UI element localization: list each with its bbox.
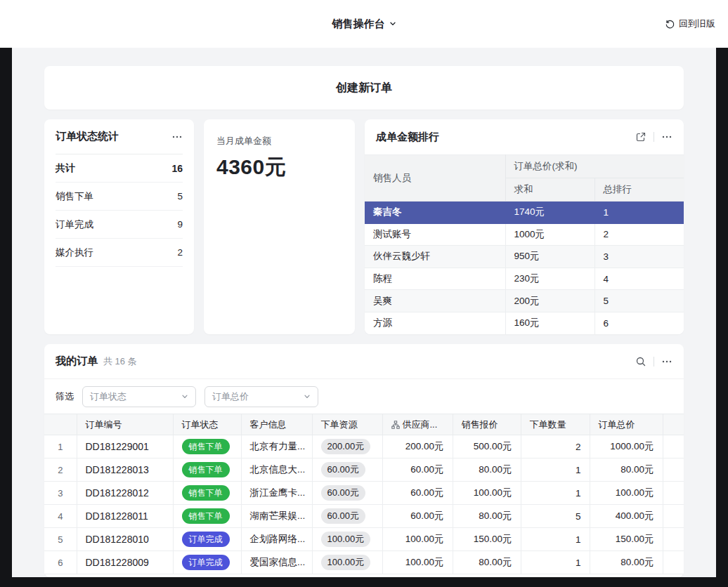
column-header-sum[interactable]: 求和	[505, 178, 594, 202]
monthly-amount-label: 当月成单金额	[216, 135, 342, 147]
row-index: 4	[44, 505, 77, 528]
resource-badge: 100.00元	[321, 532, 371, 547]
qty-cell: 1	[521, 459, 590, 482]
customer-cell: 爱国家信息...	[241, 551, 312, 574]
status-badge: 销售下单	[182, 439, 230, 454]
chevron-down-icon	[304, 393, 311, 400]
status-badge: 销售下单	[182, 485, 230, 501]
ranking-row[interactable]: 陈程 230元 4	[365, 268, 684, 290]
resource-badge: 60.00元	[321, 462, 366, 477]
supplier-cell: 60.00元	[382, 459, 453, 482]
order-row[interactable]: 2 DD181228013 销售下单 北京信息大... 60.00元 60.00…	[44, 459, 684, 482]
column-header-filler	[663, 414, 684, 435]
column-header-salesperson[interactable]: 销售人员	[365, 155, 505, 202]
qty-cell: 1	[521, 528, 590, 551]
column-header-status[interactable]: 订单状态	[173, 414, 241, 435]
quote-cell: 80.00元	[453, 459, 521, 482]
qty-cell: 1	[521, 551, 590, 574]
ranking-header-row-1: 销售人员 订单总价(求和)	[365, 155, 684, 178]
stat-label: 媒介执行	[56, 246, 93, 259]
back-to-old-version-label: 回到旧版	[679, 18, 715, 30]
stat-row-media-exec[interactable]: 媒介执行 2	[56, 239, 183, 267]
order-row[interactable]: 3 DD181228012 销售下单 浙江金鹰卡... 60.00元 60.00…	[44, 482, 684, 505]
resource-badge: 200.00元	[321, 439, 371, 454]
status-cell: 订单完成	[173, 528, 241, 551]
sum-value: 1740元	[505, 202, 594, 224]
order-row[interactable]: 6 DD181228009 订单完成 爱国家信息... 100.00元 100.…	[44, 551, 684, 574]
export-icon[interactable]	[635, 131, 646, 143]
search-icon[interactable]	[635, 356, 646, 367]
qty-cell: 5	[521, 505, 590, 528]
orders-count: 共 16 条	[103, 355, 137, 368]
order-status-filter-select[interactable]: 订单状态	[82, 386, 196, 407]
total-cell: 80.00元	[590, 551, 663, 574]
column-header-qty[interactable]: 下单数量	[521, 414, 590, 435]
column-header-quote[interactable]: 销售报价	[453, 414, 521, 435]
quote-cell: 80.00元	[453, 551, 521, 574]
monthly-amount-value: 4360元	[216, 153, 342, 182]
back-to-old-version-link[interactable]: 回到旧版	[665, 0, 715, 48]
sum-value: 230元	[505, 268, 594, 290]
dashboard-content: 创建新订单 订单状态统计 共计 16 销售下单 5 订单完	[12, 48, 716, 577]
customer-cell: 北京信息大...	[241, 459, 312, 482]
supplier-cell: 100.00元	[382, 551, 453, 574]
rank-value: 1	[594, 202, 684, 224]
column-header-supplier-label: 供应商...	[403, 418, 438, 431]
column-header-rank[interactable]: 总排行	[594, 178, 684, 202]
order-total-filter-select[interactable]: 订单总价	[204, 386, 318, 407]
order-row[interactable]: 5 DD181228010 订单完成 企划路网络... 100.00元 100.…	[44, 528, 684, 551]
column-header-customer[interactable]: 客户信息	[241, 414, 312, 435]
ranking-row[interactable]: 测试账号 1000元 2	[365, 223, 684, 246]
stat-row-order-complete[interactable]: 订单完成 9	[56, 211, 183, 239]
rank-value: 4	[594, 268, 684, 290]
stat-value: 9	[177, 219, 183, 230]
stat-value: 16	[171, 163, 183, 174]
sum-value: 1000元	[505, 223, 594, 246]
more-menu-icon[interactable]	[171, 131, 183, 143]
resource-badge: 60.00元	[321, 485, 366, 501]
resource-badge: 60.00元	[321, 508, 366, 524]
total-cell: 150.00元	[590, 528, 663, 551]
ranking-row[interactable]: 伙伴云魏少轩 950元 3	[365, 246, 684, 268]
orders-filter-row: 筛选 订单状态 订单总价	[44, 379, 684, 414]
filler-cell	[663, 459, 684, 482]
supplier-cell: 200.00元	[382, 435, 453, 459]
order-row[interactable]: 4 DD181228011 销售下单 湖南芒果娱... 60.00元 60.00…	[44, 505, 684, 528]
total-cell: 1000.00元	[590, 435, 663, 459]
order-row[interactable]: 1 DD181229001 销售下单 北京有力量... 200.00元 200.…	[44, 435, 684, 459]
status-cell: 订单完成	[173, 551, 241, 574]
ranking-card-header: 成单金额排行	[365, 119, 684, 154]
status-card-header: 订单状态统计	[56, 119, 183, 154]
stat-row-sales-order[interactable]: 销售下单 5	[56, 183, 183, 211]
create-order-button[interactable]: 创建新订单	[44, 66, 684, 110]
supplier-cell: 100.00元	[382, 528, 453, 551]
status-badge: 订单完成	[182, 532, 230, 547]
supplier-cell: 60.00元	[382, 505, 453, 528]
row-index: 5	[44, 528, 77, 551]
sum-value: 160元	[505, 312, 594, 334]
more-menu-icon[interactable]	[661, 356, 672, 367]
column-header-supplier[interactable]: 供应商...	[382, 414, 453, 435]
stats-row: 订单状态统计 共计 16 销售下单 5 订单完成 9	[44, 119, 684, 334]
column-header-order-no[interactable]: 订单编号	[77, 414, 173, 435]
ranking-row[interactable]: 吴爽 200元 5	[365, 290, 684, 312]
supplier-cell: 60.00元	[382, 482, 453, 505]
stat-row-total[interactable]: 共计 16	[56, 154, 183, 183]
monthly-amount-card: 当月成单金额 4360元	[204, 119, 355, 334]
rank-value: 2	[594, 223, 684, 246]
column-header-total[interactable]: 订单总价	[590, 414, 663, 435]
customer-cell: 企划路网络...	[241, 528, 312, 551]
column-header-resource[interactable]: 下单资源	[312, 414, 382, 435]
status-cell: 销售下单	[173, 459, 241, 482]
orders-card-title: 我的订单	[56, 355, 98, 368]
more-menu-icon[interactable]	[661, 131, 672, 143]
salesperson-name: 测试账号	[365, 223, 505, 246]
ranking-row[interactable]: 方源 160元 6	[365, 312, 684, 334]
row-index: 1	[44, 435, 77, 459]
salesperson-name: 秦吉冬	[365, 202, 505, 224]
rank-value: 6	[594, 312, 684, 334]
qty-cell: 1	[521, 482, 590, 505]
ranking-row[interactable]: 秦吉冬 1740元 1	[365, 202, 684, 224]
column-header-order-total-group[interactable]: 订单总价(求和)	[505, 155, 684, 178]
workspace-switcher[interactable]: 销售操作台	[332, 18, 396, 31]
